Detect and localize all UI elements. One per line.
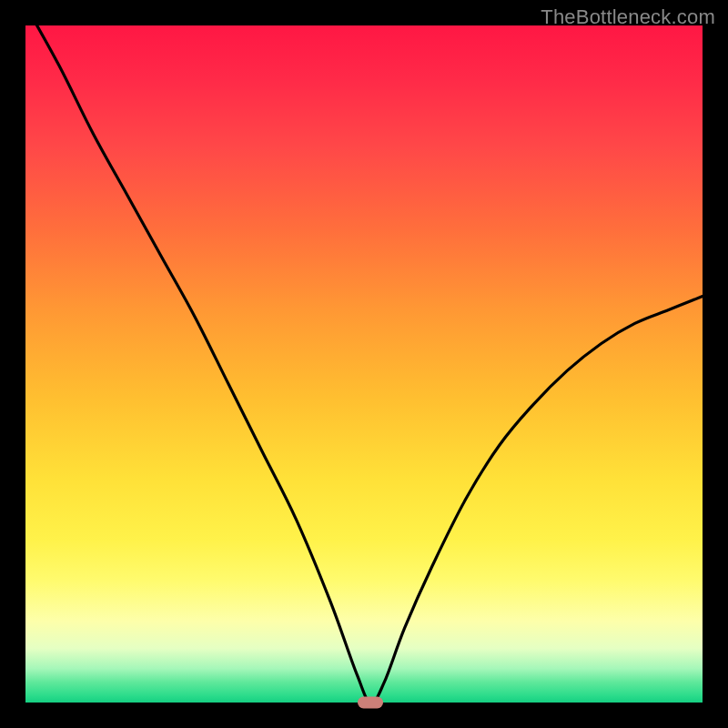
chart-frame: TheBottleneck.com	[0, 0, 728, 728]
bottleneck-curve	[25, 25, 703, 703]
watermark-text: TheBottleneck.com	[541, 5, 715, 29]
minimum-marker	[358, 697, 383, 709]
plot-area	[25, 25, 703, 703]
curve-layer	[25, 25, 703, 703]
